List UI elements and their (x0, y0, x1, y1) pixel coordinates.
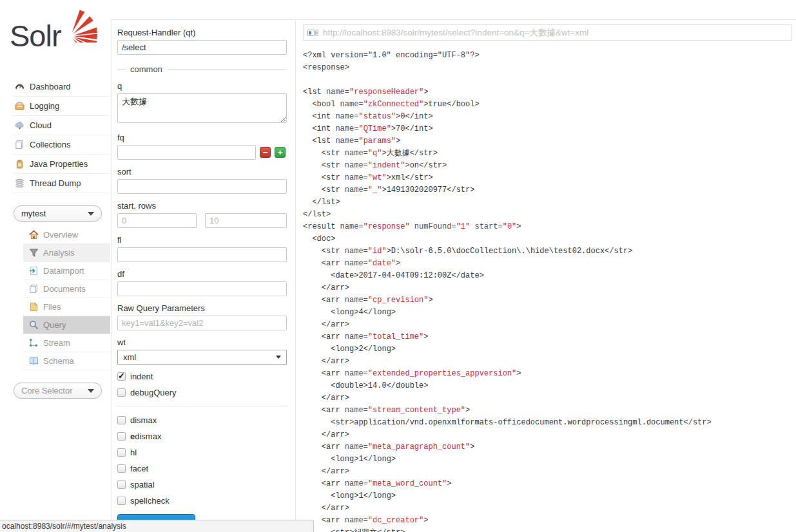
sidebar-item-java-properties-label: Java Properties (30, 159, 88, 169)
core-nav: OverviewAnalysisDataimportDocumentsFiles… (23, 226, 110, 370)
core-item-documents[interactable]: Documents (23, 280, 110, 298)
xml-line: <str name="wt">xml</str> (303, 172, 791, 184)
hl-checkbox[interactable] (117, 448, 126, 457)
facet-checkbox-label: facet (130, 464, 148, 473)
xml-line: <arr name="stream_content_type"> (303, 404, 791, 417)
core-item-dataimport-label: Dataimport (43, 266, 84, 276)
xml-line: <str name="q">大數據</str> (303, 147, 791, 160)
sidebar-divider (111, 19, 112, 532)
indent-checkbox[interactable] (117, 372, 126, 381)
common-section-legend: common (117, 64, 287, 74)
sort-input[interactable] (117, 179, 287, 194)
option-row-edismax: edismax (117, 432, 287, 441)
spatial-checkbox-label: spatial (130, 480, 155, 489)
xml-line: </arr> (303, 466, 791, 478)
sort-label: sort (117, 167, 287, 176)
xml-line: <doc> (303, 233, 791, 245)
core-item-schema[interactable]: Schema (23, 352, 110, 370)
thread-dump-icon (14, 178, 24, 189)
sidebar-item-thread-dump-label: Thread Dump (30, 178, 81, 188)
overview-icon (28, 230, 39, 240)
xml-line: <int name="QTime">70</int> (303, 123, 791, 135)
sidebar-item-collections[interactable]: Collections (13, 135, 110, 155)
request-url-text: http://localhost:8983/solr/mytest/select… (323, 27, 588, 39)
core-dropdown[interactable]: mytest (14, 205, 102, 222)
option-row-indent: indent (117, 372, 287, 381)
spellcheck-checkbox[interactable] (117, 497, 126, 505)
spatial-checkbox[interactable] (117, 480, 126, 489)
xml-line: </arr> (303, 282, 791, 294)
df-label: df (117, 269, 287, 279)
xml-line: <arr name="dc_creator"> (303, 515, 791, 527)
xml-line: </lst> (303, 196, 791, 209)
option-row-facet: facet (117, 464, 287, 473)
fl-input[interactable] (117, 247, 287, 262)
q-textarea[interactable]: 大數據 (117, 93, 287, 123)
xml-line: </arr> (303, 429, 791, 441)
xml-line: </arr> (303, 502, 791, 515)
xml-line: </arr> (303, 392, 791, 404)
sidebar-item-thread-dump[interactable]: Thread Dump (13, 174, 110, 193)
cloud-icon (14, 120, 24, 131)
core-item-stream[interactable]: Stream (23, 334, 110, 352)
xml-line: <arr name="meta_word_count"> (303, 478, 791, 490)
xml-line: <response> (303, 62, 791, 74)
sidebar-item-cloud[interactable]: Cloud (13, 116, 110, 135)
dataimport-icon (28, 266, 39, 276)
xml-line: <date>2017-04-04T09:12:00Z</date> (303, 270, 791, 282)
edismax-checkbox[interactable] (117, 432, 126, 441)
xml-line: <str name="indent">on</str> (303, 160, 791, 172)
sidebar-item-cloud-label: Cloud (30, 120, 52, 130)
add-fq-button[interactable]: + (275, 147, 286, 158)
files-icon (28, 302, 39, 312)
debugQuery-checkbox-label: debugQuery (130, 388, 177, 397)
sidebar-item-dashboard[interactable]: Dashboard (13, 77, 110, 97)
request-handler-label: Request-Handler (qt) (117, 28, 287, 37)
sidebar-item-collections-label: Collections (30, 140, 71, 149)
df-input[interactable] (117, 281, 287, 296)
debugQuery-checkbox[interactable] (117, 388, 126, 397)
q-label: q (117, 81, 287, 91)
xml-line: <str>application/vnd.openxmlformats-offi… (303, 417, 791, 429)
fq-input[interactable] (117, 145, 256, 160)
chevron-down-icon (88, 389, 94, 393)
status-bar: ocalhost:8983/solr/#/mytest/analysis (0, 520, 314, 532)
sidebar-item-dashboard-label: Dashboard (30, 82, 71, 91)
sidebar-item-logging[interactable]: Logging (13, 97, 110, 116)
xml-response: <?xml version="1.0" encoding="UTF-8"?><r… (303, 50, 791, 532)
sidebar-item-java-properties[interactable]: Java Properties (13, 155, 110, 174)
xml-line: <double>14.0</double> (303, 380, 791, 392)
xml-line: <?xml version="1.0" encoding="UTF-8"?> (303, 50, 791, 62)
start-input[interactable] (117, 213, 197, 228)
query-options: indentdebugQuerydismaxedismaxhlfacetspat… (117, 372, 287, 506)
remove-fq-button[interactable]: − (260, 147, 271, 158)
request-url-bar[interactable]: http://localhost:8983/solr/mytest/select… (303, 24, 791, 41)
spellcheck-checkbox-label: spellcheck (130, 496, 170, 506)
logging-icon (14, 101, 24, 111)
xml-line: <int name="status">0</int> (303, 111, 791, 123)
core-item-files-label: Files (43, 302, 61, 312)
wt-label: wt (117, 337, 287, 347)
dismax-checkbox[interactable] (117, 416, 126, 424)
wt-select[interactable]: xml (117, 350, 287, 365)
core-item-overview[interactable]: Overview (23, 226, 110, 244)
wt-select-value: xml (123, 352, 136, 362)
facet-checkbox[interactable] (117, 464, 126, 473)
dismax-checkbox-label: dismax (130, 415, 157, 425)
core-item-schema-label: Schema (43, 356, 74, 366)
core-item-files[interactable]: Files (23, 298, 110, 316)
xml-line: </arr> (303, 319, 791, 331)
core-selector-dropdown[interactable]: Core Selector (14, 383, 102, 399)
sidebar: Solr DashboardLoggingCloudCollectionsJav… (0, 0, 111, 532)
raw-query-params-input[interactable] (117, 316, 287, 330)
xml-line: <str name="_">1491302020977</str> (303, 184, 791, 196)
hl-checkbox-label: hl (130, 448, 137, 457)
core-item-analysis[interactable]: Analysis (23, 244, 110, 262)
core-item-dataimport[interactable]: Dataimport (23, 262, 110, 280)
core-item-query[interactable]: Query (23, 316, 110, 334)
solr-logo[interactable]: Solr (10, 6, 106, 63)
xml-line (303, 74, 791, 86)
rows-input[interactable] (205, 213, 287, 228)
core-item-stream-label: Stream (43, 338, 70, 348)
request-handler-input[interactable] (117, 40, 287, 55)
